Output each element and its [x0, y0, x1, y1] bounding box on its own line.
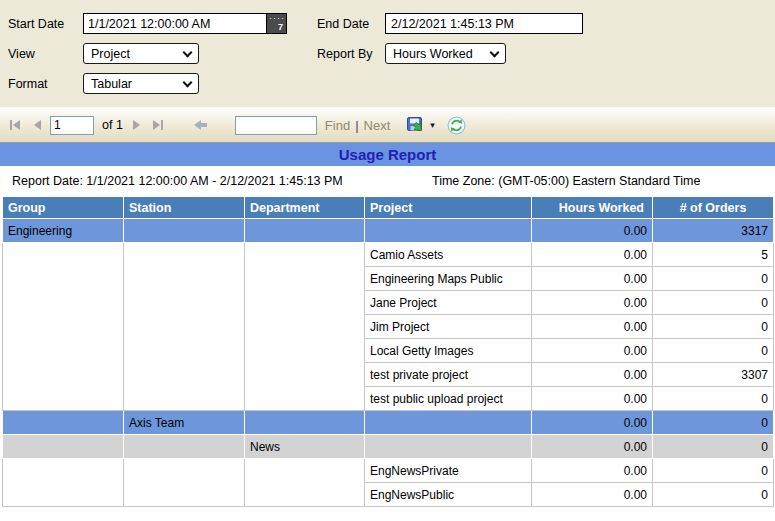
hours-worked-cell: 0.00: [532, 363, 653, 387]
report-info-line: Report Date: 1/1/2021 12:00:00 AM - 2/12…: [0, 166, 775, 196]
empty-cell: [245, 243, 365, 411]
next-link[interactable]: Next: [364, 118, 391, 133]
hours-worked-cell: 0.00: [532, 315, 653, 339]
column-header: Group: [3, 197, 124, 219]
column-header: Station: [124, 197, 245, 219]
export-button[interactable]: [407, 117, 427, 134]
orders-cell: 0: [653, 387, 774, 411]
arrow-tail: [201, 123, 207, 127]
export-caret-icon[interactable]: ▾: [430, 120, 435, 130]
project-cell: EngNewsPublic: [365, 483, 532, 507]
column-header: Hours Worked: [532, 197, 653, 219]
find-link[interactable]: Find: [325, 118, 350, 133]
hours-worked-cell: 0.00: [532, 243, 653, 267]
refresh-button[interactable]: [447, 116, 466, 135]
empty-cell: [365, 411, 532, 435]
project-cell: test public upload project: [365, 387, 532, 411]
empty-cell: [124, 435, 245, 459]
usage-report-window: Start Date ···· 7 End Date View Project …: [0, 0, 775, 521]
orders-cell: 0: [653, 435, 774, 459]
report-date-text: Report Date: 1/1/2021 12:00:00 AM - 2/12…: [12, 174, 343, 188]
empty-cell: [245, 411, 365, 435]
next-page-button[interactable]: [133, 120, 140, 130]
project-cell: Jane Project: [365, 291, 532, 315]
find-text-input[interactable]: [235, 116, 317, 135]
column-header: Project: [365, 197, 532, 219]
usage-report-table: GroupStationDepartmentProjectHours Worke…: [2, 196, 774, 507]
orders-cell: 0: [653, 411, 774, 435]
hours-worked-cell: 0.00: [532, 459, 653, 483]
calendar-icon[interactable]: ···· 7: [266, 14, 286, 33]
format-select[interactable]: Tabular: [83, 73, 199, 94]
orders-cell: 0: [653, 483, 774, 507]
view-label: View: [8, 47, 35, 61]
calendar-day: 7: [278, 23, 283, 32]
orders-cell: 0: [653, 267, 774, 291]
detail-row: EngNewsPrivate0.000: [3, 459, 774, 483]
chevron-down-icon: [183, 47, 193, 57]
orders-cell: 0: [653, 291, 774, 315]
empty-cell: [245, 219, 365, 243]
hours-worked-cell: 0.00: [532, 219, 653, 243]
empty-cell: [3, 435, 124, 459]
page-count-label: of 1: [102, 118, 123, 132]
table-header-row: GroupStationDepartmentProjectHours Worke…: [3, 197, 774, 219]
report-by-select[interactable]: Hours Worked: [385, 43, 506, 64]
empty-cell: [124, 219, 245, 243]
orders-cell: 0: [653, 459, 774, 483]
group-row: Engineering0.003317: [3, 219, 774, 243]
orders-cell: 3317: [653, 219, 774, 243]
hours-worked-cell: 0.00: [532, 483, 653, 507]
group-row: News0.000: [3, 435, 774, 459]
empty-cell: [3, 411, 124, 435]
last-page-button[interactable]: [153, 120, 163, 130]
report-title-bar: Usage Report: [0, 143, 775, 166]
report-table-area: GroupStationDepartmentProjectHours Worke…: [2, 196, 774, 507]
project-cell: Camio Assets: [365, 243, 532, 267]
orders-cell: 0: [653, 339, 774, 363]
column-header: Department: [245, 197, 365, 219]
back-to-parent-button[interactable]: [194, 120, 207, 130]
last-page-icon: [161, 120, 163, 130]
hours-worked-cell: 0.00: [532, 411, 653, 435]
group-row: Axis Team0.000: [3, 411, 774, 435]
format-label: Format: [8, 77, 48, 91]
empty-cell: [3, 243, 124, 411]
start-date-label: Start Date: [8, 17, 64, 31]
project-cell: EngNewsPrivate: [365, 459, 532, 483]
export-save-icon: [407, 117, 427, 134]
orders-cell: 3307: [653, 363, 774, 387]
hours-worked-cell: 0.00: [532, 291, 653, 315]
previous-page-button[interactable]: [34, 120, 41, 130]
project-cell: test private project: [365, 363, 532, 387]
group-label-cell: Engineering: [3, 219, 124, 243]
start-date-input[interactable]: [84, 14, 266, 33]
triangle-right-icon: [153, 120, 160, 130]
parameter-panel: Start Date ···· 7 End Date View Project …: [0, 0, 775, 107]
view-select[interactable]: Project: [83, 43, 199, 64]
page-number-input[interactable]: [50, 116, 94, 135]
find-next-separator: |: [355, 118, 358, 133]
hours-worked-cell: 0.00: [532, 435, 653, 459]
project-cell: Engineering Maps Public: [365, 267, 532, 291]
triangle-left-icon: [13, 120, 20, 130]
hours-worked-cell: 0.00: [532, 387, 653, 411]
report-by-label: Report By: [317, 47, 373, 61]
calendar-dots: ····: [269, 14, 285, 22]
first-page-button[interactable]: [10, 120, 20, 130]
arrow-left-icon: [194, 120, 201, 130]
column-header: # of Orders: [653, 197, 774, 219]
view-select-value: Project: [91, 47, 184, 61]
empty-cell: [365, 435, 532, 459]
start-date-field[interactable]: ···· 7: [83, 13, 287, 34]
report-toolbar: of 1 Find | Next ▾: [0, 107, 775, 143]
end-date-input[interactable]: [385, 13, 583, 34]
group-label-cell: News: [245, 435, 365, 459]
first-page-icon: [10, 120, 12, 130]
empty-cell: [124, 459, 245, 507]
group-label-cell: Axis Team: [124, 411, 245, 435]
report-title: Usage Report: [339, 146, 437, 163]
triangle-left-icon: [34, 120, 41, 130]
empty-cell: [245, 459, 365, 507]
report-by-select-value: Hours Worked: [393, 47, 491, 61]
